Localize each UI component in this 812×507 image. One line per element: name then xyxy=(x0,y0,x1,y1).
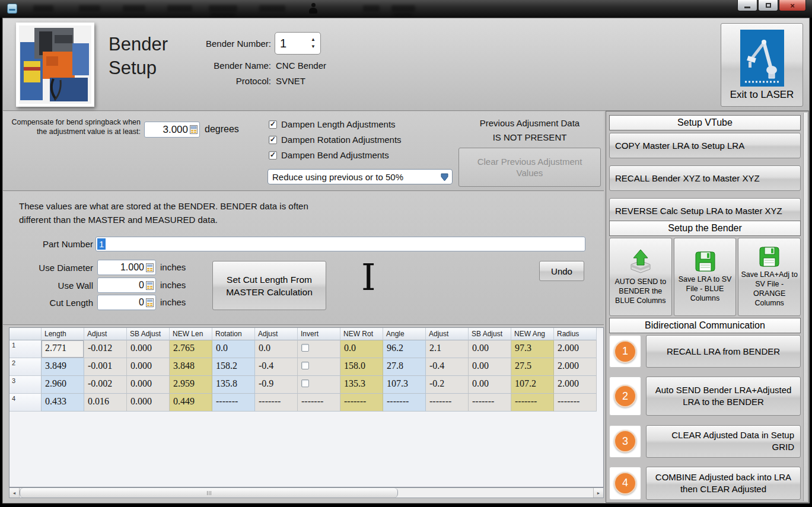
grid-cell[interactable]: 96.2 xyxy=(383,340,426,358)
scroll-left-icon[interactable]: ◄ xyxy=(9,488,20,498)
grid-cell[interactable]: -0.002 xyxy=(84,376,127,394)
calculator-icon[interactable] xyxy=(190,125,198,134)
dampen-length-checkbox[interactable]: ✓ Dampen Length Adjustments xyxy=(269,119,396,129)
grid-cell[interactable]: 2.000 xyxy=(554,340,597,358)
grid-cell[interactable]: 0.0 xyxy=(255,340,298,358)
grid-cell[interactable]: 0.000 xyxy=(127,340,170,358)
grid-col-header[interactable]: Adjust xyxy=(84,328,127,340)
setup-vtube-button-1[interactable]: COPY Master LRA to Setup LRA xyxy=(609,133,801,158)
sidebar-scrollbar[interactable] xyxy=(803,113,807,501)
use-wall-input[interactable]: 0 xyxy=(97,278,156,293)
grid-cell[interactable]: 0.000 xyxy=(127,376,170,394)
row-header[interactable]: 4 xyxy=(9,394,42,412)
grid-cell[interactable]: 0.00 xyxy=(469,340,511,358)
grid-cell[interactable]: 158.0 xyxy=(340,358,383,376)
grid-cell[interactable]: 2.1 xyxy=(426,340,469,358)
invert-checkbox[interactable] xyxy=(301,380,309,387)
grid-cell[interactable]: 135.3 xyxy=(340,376,383,394)
bidi-button-4[interactable]: COMBINE Adjusted back into LRA then CLEA… xyxy=(646,467,801,500)
grid-cell[interactable]: 2.960 xyxy=(42,376,84,394)
bidi-button-1[interactable]: RECALL LRA from BENDER xyxy=(646,335,801,368)
grid-col-header[interactable]: Rotation xyxy=(212,328,255,340)
row-header[interactable]: 1 xyxy=(9,340,42,358)
grid-cell[interactable] xyxy=(298,358,340,376)
invert-checkbox[interactable] xyxy=(301,344,309,352)
grid-cell[interactable]: ------- xyxy=(383,394,426,412)
grid-col-header[interactable]: SB Adjust xyxy=(127,328,170,340)
dampen-bend-checkbox[interactable]: ✓ Dampen Bend Adjustments xyxy=(269,150,389,160)
grid-cell[interactable]: ------- xyxy=(511,394,554,412)
grid-cell[interactable]: 27.5 xyxy=(511,358,554,376)
grid-cell[interactable] xyxy=(298,340,340,358)
grid-cell[interactable]: ------- xyxy=(554,394,597,412)
grid-cell[interactable]: ------- xyxy=(426,394,469,412)
bidi-button-2[interactable]: Auto SEND Bender LRA+Adjusted LRA to the… xyxy=(646,377,801,416)
grid-col-header[interactable]: Adjust xyxy=(255,328,298,340)
grid-cell[interactable]: 3.849 xyxy=(42,358,84,376)
calculator-icon[interactable] xyxy=(146,298,154,307)
calculator-icon[interactable] xyxy=(146,263,154,272)
setup-bender-button-3[interactable]: Save LRA+Adj to SV File - ORANGE Columns xyxy=(738,238,801,316)
grid-cell[interactable]: ------- xyxy=(340,394,383,412)
setup-vtube-button-3[interactable]: REVERSE Calc Setup LRA to Master XYZ xyxy=(609,198,801,224)
grid-cell[interactable]: 2.959 xyxy=(170,376,212,394)
scroll-right-icon[interactable]: ► xyxy=(593,488,603,498)
grid-cell[interactable]: 0.433 xyxy=(42,394,84,412)
grid-col-header[interactable]: Angle xyxy=(383,328,426,340)
use-diameter-input[interactable]: 1.000 xyxy=(97,260,156,275)
grid-cell[interactable]: 97.3 xyxy=(511,340,554,358)
grid-cell[interactable]: ------- xyxy=(469,394,511,412)
spinner-up-icon[interactable]: ▲ xyxy=(311,37,316,42)
grid-col-header[interactable]: NEW Len xyxy=(170,328,212,340)
bidi-button-3[interactable]: CLEAR Adjusted Data in Setup GRID xyxy=(646,425,801,458)
grid-cell[interactable]: 0.00 xyxy=(469,376,511,394)
grid-cell[interactable]: 0.00 xyxy=(469,358,511,376)
cut-length-input[interactable]: 0 xyxy=(97,295,156,310)
grid-cell[interactable]: 107.2 xyxy=(511,376,554,394)
part-number-input[interactable]: 1 xyxy=(95,237,585,251)
clear-previous-values-button[interactable]: Clear Previous Adjustment Values xyxy=(458,148,601,187)
calculator-icon[interactable] xyxy=(146,281,154,290)
dampen-rotation-checkbox[interactable]: ✓ Dampen Rotation Adjustments xyxy=(269,135,402,145)
grid-cell[interactable]: 135.8 xyxy=(212,376,255,394)
grid-cell[interactable]: -0.4 xyxy=(426,358,469,376)
grid-cell[interactable]: -0.9 xyxy=(255,376,298,394)
undo-button[interactable]: Undo xyxy=(539,261,584,281)
grid-col-header[interactable]: NEW Rot xyxy=(340,328,383,340)
maximize-button[interactable] xyxy=(758,0,778,11)
setup-bender-button-2[interactable]: Save LRA to SV File - BLUE Columns xyxy=(674,238,737,316)
grid-cell[interactable]: 0.0 xyxy=(340,340,383,358)
grid-cell[interactable]: 107.3 xyxy=(383,376,426,394)
grid-cell[interactable]: 0.000 xyxy=(127,394,170,412)
row-header[interactable]: 3 xyxy=(9,376,42,394)
grid-col-header[interactable]: Invert xyxy=(298,328,340,340)
exit-to-laser-button[interactable]: Exit to LASER xyxy=(721,23,803,107)
grid-cell[interactable]: ------- xyxy=(255,394,298,412)
grid-col-header[interactable]: SB Adjust xyxy=(469,328,511,340)
invert-checkbox[interactable] xyxy=(301,362,309,369)
setup-bender-button-1[interactable]: AUTO SEND to BENDER the BLUE Columns xyxy=(609,238,672,316)
set-cut-length-button[interactable]: Set Cut Length From MASTER Calculation xyxy=(212,261,326,310)
bender-number-spinner[interactable]: 1 ▲ ▼ xyxy=(275,32,321,55)
springback-input[interactable]: 3.000 xyxy=(144,122,200,138)
grid-cell[interactable]: -0.4 xyxy=(255,358,298,376)
minimize-button[interactable] xyxy=(737,0,757,11)
close-button[interactable]: × xyxy=(779,0,806,11)
grid-cell[interactable]: 3.848 xyxy=(170,358,212,376)
grid-cell[interactable]: 0.0 xyxy=(212,340,255,358)
grid-col-header[interactable]: Radius xyxy=(554,328,597,340)
grid-cell[interactable]: -0.2 xyxy=(426,376,469,394)
grid-cell[interactable]: -0.001 xyxy=(84,358,127,376)
grid-cell[interactable]: ------- xyxy=(298,394,340,412)
spinner-down-icon[interactable]: ▼ xyxy=(311,44,316,49)
grid-cell[interactable]: 0.000 xyxy=(127,358,170,376)
scrollbar-thumb[interactable] xyxy=(20,488,398,498)
grid-cell[interactable]: 2.000 xyxy=(554,358,597,376)
row-header[interactable]: 2 xyxy=(9,358,42,376)
grid-cell[interactable]: ------- xyxy=(212,394,255,412)
setup-vtube-button-2[interactable]: RECALL Bender XYZ to Master XYZ xyxy=(609,165,801,191)
grid-col-header[interactable]: Length xyxy=(42,328,84,340)
grid-cell[interactable]: 2.000 xyxy=(554,376,597,394)
grid-cell[interactable]: 158.2 xyxy=(212,358,255,376)
grid-cell[interactable]: 27.8 xyxy=(383,358,426,376)
